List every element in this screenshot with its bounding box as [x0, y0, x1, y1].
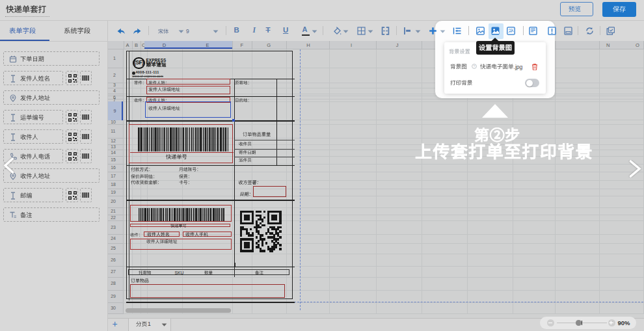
svg-text:?: ?	[473, 64, 475, 68]
